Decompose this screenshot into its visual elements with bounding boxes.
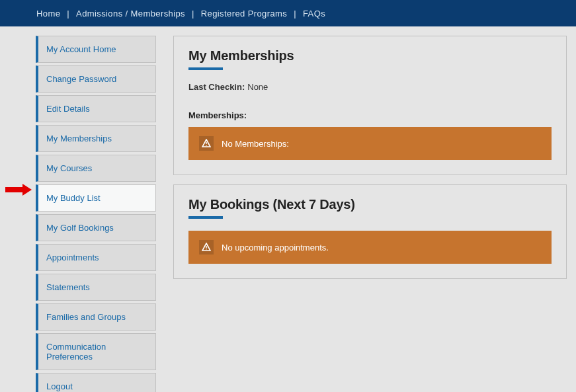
- sidebar-item-change-password[interactable]: Change Password: [36, 65, 156, 93]
- memberships-section-label: Memberships:: [188, 110, 552, 120]
- last-checkin-value: None: [247, 82, 268, 92]
- sidebar-item-appointments[interactable]: Appointments: [36, 244, 156, 271]
- sidebar-item-my-golf-bookings[interactable]: My Golf Bookings: [36, 214, 156, 241]
- svg-rect-4: [206, 145, 206, 145]
- sidebar-item-account-home[interactable]: My Account Home: [36, 36, 156, 63]
- svg-rect-0: [5, 187, 22, 192]
- svg-rect-3: [206, 142, 206, 144]
- heading-underline: [188, 216, 223, 219]
- sidebar-item-my-buddy-list[interactable]: My Buddy List: [36, 184, 156, 212]
- sidebar-item-my-courses[interactable]: My Courses: [36, 155, 156, 182]
- memberships-heading: My Memberships: [188, 48, 552, 63]
- sidebar-item-my-memberships[interactable]: My Memberships: [36, 125, 156, 152]
- my-memberships-panel: My Memberships Last Checkin: None Member…: [173, 36, 567, 175]
- warning-icon: [199, 240, 214, 255]
- no-memberships-alert: No Memberships:: [188, 127, 552, 160]
- svg-rect-7: [206, 249, 206, 249]
- sidebar-item-statements[interactable]: Statements: [36, 274, 156, 301]
- heading-underline: [188, 67, 223, 70]
- main-content: My Memberships Last Checkin: None Member…: [164, 36, 576, 392]
- pointer-arrow-icon: [5, 184, 32, 196]
- nav-separator: |: [294, 9, 296, 19]
- nav-home[interactable]: Home: [36, 9, 60, 19]
- nav-separator: |: [67, 9, 69, 19]
- no-memberships-text: No Memberships:: [222, 139, 289, 149]
- sidebar: My Account Home Change Password Edit Det…: [0, 36, 164, 392]
- svg-marker-1: [22, 184, 32, 196]
- my-bookings-panel: My Bookings (Next 7 Days) No upcoming ap…: [173, 184, 567, 279]
- sidebar-item-logout[interactable]: Logout: [36, 373, 156, 392]
- nav-separator: |: [192, 9, 194, 19]
- no-bookings-text: No upcoming appointments.: [222, 243, 329, 253]
- last-checkin-label: Last Checkin:: [188, 82, 245, 92]
- nav-faqs[interactable]: FAQs: [303, 9, 325, 19]
- sidebar-item-edit-details[interactable]: Edit Details: [36, 95, 156, 122]
- nav-registered-programs[interactable]: Registered Programs: [201, 9, 287, 19]
- nav-admissions[interactable]: Admissions / Memberships: [76, 9, 185, 19]
- no-bookings-alert: No upcoming appointments.: [188, 231, 552, 264]
- bookings-heading: My Bookings (Next 7 Days): [188, 197, 552, 212]
- sidebar-item-communication-preferences[interactable]: Communication Preferences: [36, 333, 156, 370]
- top-nav: Home | Admissions / Memberships | Regist…: [0, 0, 576, 26]
- svg-rect-6: [206, 246, 206, 248]
- warning-icon: [199, 136, 214, 151]
- sidebar-item-families-and-groups[interactable]: Families and Groups: [36, 303, 156, 331]
